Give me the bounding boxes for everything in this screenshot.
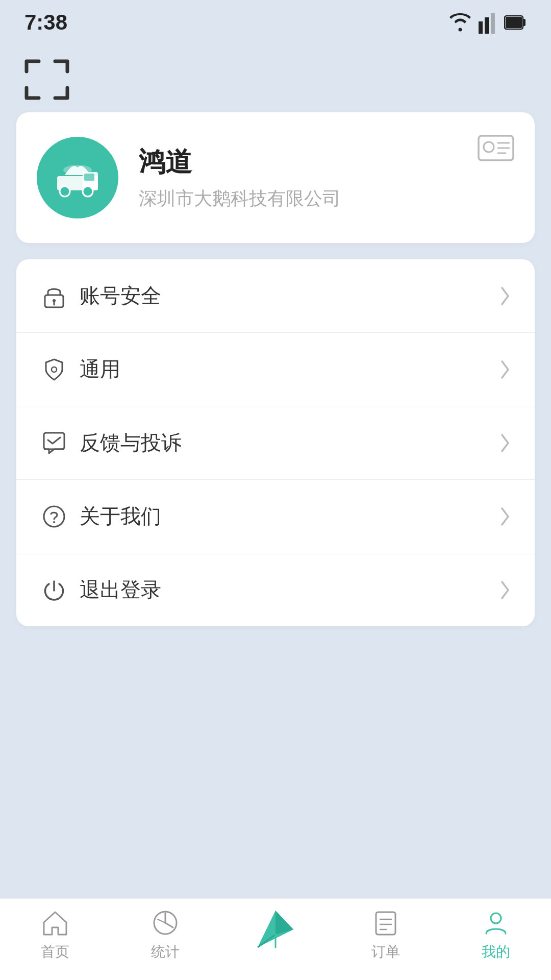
svg-point-13 <box>484 142 494 152</box>
menu-item-account-security[interactable]: 账号安全 <box>16 259 535 333</box>
profile-info: 鸿道 深圳市大鹅科技有限公司 <box>139 144 514 211</box>
svg-rect-4 <box>523 19 525 26</box>
nav-item-home[interactable]: 首页 <box>0 908 110 962</box>
scan-icon[interactable] <box>24 57 69 102</box>
nav-home-label: 首页 <box>41 942 69 962</box>
mine-icon <box>481 908 511 938</box>
nav-mine-label: 我的 <box>482 942 510 962</box>
chevron-right-icon <box>499 286 510 306</box>
signal-icon <box>479 11 497 34</box>
menu-item-general[interactable]: 通用 <box>16 333 535 406</box>
status-icons <box>449 11 527 34</box>
svg-point-9 <box>60 186 70 197</box>
chevron-right-icon <box>499 433 510 453</box>
orders-icon <box>370 908 401 938</box>
svg-point-20 <box>52 367 57 372</box>
svg-point-22 <box>44 506 64 527</box>
feedback-label: 反馈与投诉 <box>80 429 499 457</box>
svg-point-10 <box>83 186 93 197</box>
avatar-icon <box>49 155 106 201</box>
nav-item-orders[interactable]: 订单 <box>331 908 441 962</box>
status-bar: 7:38 <box>0 0 551 41</box>
logout-label: 退出登录 <box>80 576 499 604</box>
general-label: 通用 <box>80 355 499 383</box>
scan-icon-wrapper[interactable] <box>0 41 551 112</box>
menu-item-feedback[interactable]: 反馈与投诉 <box>16 406 535 480</box>
home-icon <box>40 908 70 938</box>
chevron-right-icon <box>499 506 510 527</box>
nav-orders-label: 订单 <box>371 942 400 962</box>
menu-item-logout[interactable]: 退出登录 <box>16 553 535 626</box>
nav-item-mine[interactable]: 我的 <box>441 908 551 962</box>
battery-icon <box>504 13 527 32</box>
svg-rect-1 <box>485 17 489 34</box>
svg-point-31 <box>491 913 501 923</box>
nav-item-stats[interactable]: 统计 <box>110 908 220 962</box>
chevron-right-icon <box>499 359 510 380</box>
shield-icon <box>41 356 67 383</box>
svg-rect-11 <box>84 174 94 181</box>
menu-item-about[interactable]: 关于我们 <box>16 480 535 553</box>
bottom-nav: 首页 统计 <box>0 898 551 980</box>
profile-company: 深圳市大鹅科技有限公司 <box>139 186 514 211</box>
svg-rect-5 <box>506 17 522 28</box>
svg-point-23 <box>53 521 55 523</box>
svg-rect-21 <box>44 433 64 449</box>
help-icon <box>41 503 67 530</box>
svg-rect-27 <box>376 912 395 935</box>
nav-stats-label: 统计 <box>151 942 180 962</box>
profile-name: 鸿道 <box>139 144 514 180</box>
avatar <box>37 137 118 218</box>
svg-rect-0 <box>479 21 483 34</box>
id-card-icon[interactable] <box>478 133 514 165</box>
nav-item-send[interactable] <box>220 901 331 958</box>
stats-icon <box>150 908 181 938</box>
send-icon <box>247 901 304 958</box>
power-icon <box>41 577 67 603</box>
lock-icon <box>41 283 67 309</box>
feedback-icon <box>41 430 67 456</box>
wifi-icon <box>449 13 471 32</box>
account-security-label: 账号安全 <box>80 282 499 310</box>
menu-card: 账号安全 通用 反馈与投诉 <box>16 259 535 626</box>
svg-rect-2 <box>491 13 495 34</box>
about-label: 关于我们 <box>80 502 499 530</box>
status-time: 7:38 <box>24 10 67 35</box>
profile-card: 鸿道 深圳市大鹅科技有限公司 <box>16 112 535 243</box>
chevron-right-icon <box>499 580 510 600</box>
